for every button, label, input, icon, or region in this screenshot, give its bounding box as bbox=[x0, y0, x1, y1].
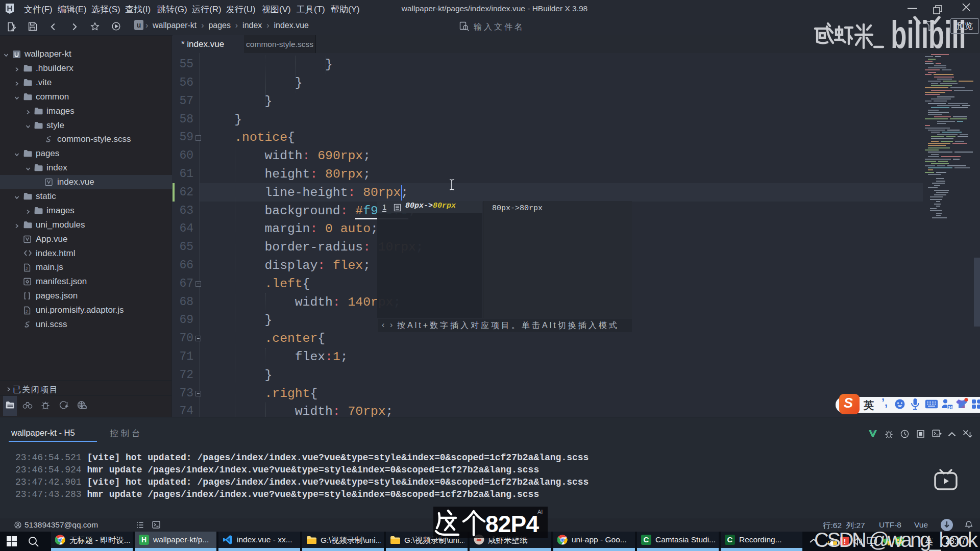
svg-text:AI: AI bbox=[537, 509, 543, 515]
svg-text:34: 34 bbox=[948, 405, 953, 410]
svg-text:J: J bbox=[26, 309, 28, 314]
svg-text:82P4: 82P4 bbox=[485, 511, 539, 537]
svg-text:J: J bbox=[26, 266, 28, 271]
